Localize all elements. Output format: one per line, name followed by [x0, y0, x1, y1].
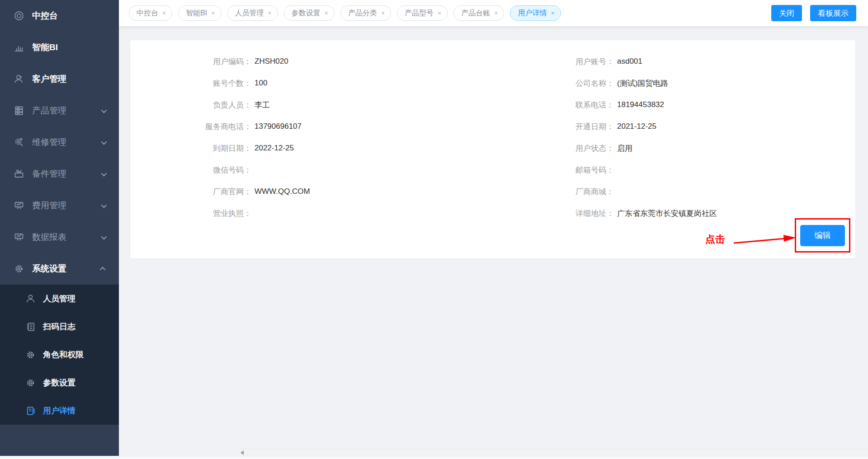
sidebar-item-label: 费用管理 [32, 200, 66, 211]
product-stack-icon [14, 105, 24, 116]
sidebar-subitem-personnel[interactable]: 人员管理 [0, 285, 119, 313]
field-label: 用户账号： [493, 56, 614, 67]
sidebar-item-label: 中控台 [32, 10, 58, 22]
detail-field-row: 到期日期： 2022-12-25 [130, 137, 493, 159]
sidebar-item-settings[interactable]: 系统设置 [0, 253, 119, 285]
board-chart-icon [14, 232, 24, 243]
customer-icon [14, 74, 24, 84]
chevron-icon [101, 170, 107, 176]
tab-console[interactable]: 中控台 × [129, 5, 172, 21]
field-label: 营业执照： [130, 208, 251, 219]
tab-product-ledger[interactable]: 产品台账 × [453, 5, 504, 21]
dashboard-button[interactable]: 看板展示 [810, 5, 856, 21]
field-value: 启用 [617, 143, 632, 154]
tab-bar: 中控台 × 智能BI × 人员管理 × 参数设置 [119, 0, 868, 26]
sidebar-subitem-label: 扫码日志 [43, 321, 75, 332]
sidebar-subitem-label: 人员管理 [43, 293, 75, 304]
sidebar-subitem-label: 参数设置 [43, 377, 75, 388]
field-label: 厂商商城： [493, 187, 614, 197]
close-button[interactable]: 关闭 [771, 5, 802, 21]
tab-label: 人员管理 [235, 9, 264, 18]
sidebar-item-console[interactable]: 中控台 [0, 0, 119, 32]
tab-parameters[interactable]: 参数设置 × [284, 5, 335, 21]
tab-product-model[interactable]: 产品型号 × [397, 5, 448, 21]
tab-user-detail[interactable]: 用户详情 × [510, 5, 561, 21]
field-label: 联系电话： [493, 100, 614, 110]
bi-chart-icon [14, 42, 24, 53]
detail-field-row: 用户编码： ZHSH020 [130, 51, 493, 72]
tab-label: 用户详情 [518, 9, 547, 18]
app-window: 中控台 智能BI 客户管理 产品管理 [0, 0, 868, 459]
close-tab-icon[interactable]: × [162, 10, 166, 16]
sidebar-menu: 中控台 智能BI 客户管理 产品管理 [0, 0, 119, 285]
close-tab-icon[interactable]: × [325, 10, 328, 16]
tab-label: 中控台 [137, 9, 158, 18]
sidebar-subitem-label: 用户详情 [43, 405, 75, 416]
detail-field-row: 厂商商城： [493, 181, 855, 202]
scroll-left-arrow-icon[interactable] [241, 450, 244, 455]
field-value: 2021-12-25 [617, 122, 656, 131]
field-value: 100 [255, 79, 267, 88]
edit-button[interactable]: 编辑 [800, 225, 845, 246]
main-area: 中控台 × 智能BI × 人员管理 × 参数设置 [119, 0, 868, 459]
tab-bi[interactable]: 智能BI × [178, 5, 221, 21]
detail-column-left: 用户编码： ZHSH020 账号个数： 100 负责人员： 李工 [130, 51, 493, 224]
horizontal-scrollbar[interactable] [238, 449, 868, 456]
chevron-icon [101, 202, 107, 208]
sidebar-item-label: 数据报表 [32, 231, 66, 243]
close-tab-icon[interactable]: × [268, 10, 272, 16]
sidebar-item-repair[interactable]: 维修管理 [0, 126, 119, 158]
detail-field-row: 开通日期： 2021-12-25 [493, 116, 855, 137]
sidebar-subitem-user-detail[interactable]: 用户详情 [0, 397, 119, 425]
field-value: ZHSH020 [255, 57, 288, 66]
field-value: 李工 [255, 100, 270, 110]
tab-personnel[interactable]: 人员管理 × [227, 5, 278, 21]
sidebar-item-expenses[interactable]: 费用管理 [0, 190, 119, 221]
field-label: 微信号码： [130, 165, 251, 175]
detail-field-row: 用户状态： 启用 [493, 137, 855, 159]
chevron-icon [101, 139, 107, 145]
field-label: 到期日期： [130, 143, 251, 154]
sidebar-item-reports[interactable]: 数据报表 [0, 221, 119, 253]
toolbox-icon [14, 169, 24, 179]
detail-field-row: 微信号码： [130, 159, 493, 181]
field-value: 13790696107 [255, 122, 302, 131]
dashboard-icon [14, 10, 24, 21]
field-label: 详细地址： [493, 208, 614, 219]
sidebar-item-customers[interactable]: 客户管理 [0, 63, 119, 95]
sidebar-item-products[interactable]: 产品管理 [0, 95, 119, 126]
sidebar-subitem-label: 角色和权限 [43, 349, 84, 360]
detail-field-row: 用户账号： asd001 [493, 51, 855, 72]
close-tab-icon[interactable]: × [211, 10, 215, 16]
sidebar-subitem-roles[interactable]: 角色和权限 [0, 341, 119, 369]
document-icon [25, 406, 36, 416]
sidebar-item-label: 产品管理 [32, 105, 66, 117]
close-tab-icon[interactable]: × [551, 10, 554, 16]
sidebar-subitem-scan-log[interactable]: 扫码日志 [0, 313, 119, 341]
close-tab-icon[interactable]: × [381, 10, 385, 16]
detail-form: 用户编码： ZHSH020 账号个数： 100 负责人员： 李工 [130, 51, 855, 224]
sidebar-item-bi[interactable]: 智能BI [0, 32, 119, 63]
sidebar-submenu: 人员管理 扫码日志 角色和权限 参数设置 [0, 285, 119, 425]
tab-label: 产品台账 [461, 9, 490, 18]
tab-product-cat[interactable]: 产品分类 × [340, 5, 391, 21]
content-area: 用户编码： ZHSH020 账号个数： 100 负责人员： 李工 [119, 26, 868, 258]
field-label: 邮箱号码： [493, 165, 614, 175]
sidebar-item-spares[interactable]: 备件管理 [0, 158, 119, 190]
tab-label: 参数设置 [292, 9, 321, 18]
close-tab-icon[interactable]: × [438, 10, 441, 16]
person-icon [25, 294, 36, 304]
tabbar-actions: 关闭 看板展示 [771, 5, 856, 21]
sidebar: 中控台 智能BI 客户管理 产品管理 [0, 0, 119, 459]
field-label: 公司名称： [493, 78, 614, 89]
chevron-icon [101, 107, 107, 113]
sidebar-subitem-parameters[interactable]: 参数设置 [0, 369, 119, 397]
field-value: 2022-12-25 [255, 144, 294, 153]
tab-label: 智能BI [186, 9, 207, 18]
detail-field-row: 服务商电话： 13790696107 [130, 116, 493, 137]
detail-field-row: 厂商官网： WWW.QQ.COM [130, 181, 493, 202]
user-detail-card: 用户编码： ZHSH020 账号个数： 100 负责人员： 李工 [130, 40, 855, 258]
sidebar-item-label: 智能BI [32, 42, 58, 53]
repair-magnifier-icon [14, 137, 24, 148]
close-tab-icon[interactable]: × [494, 10, 498, 16]
